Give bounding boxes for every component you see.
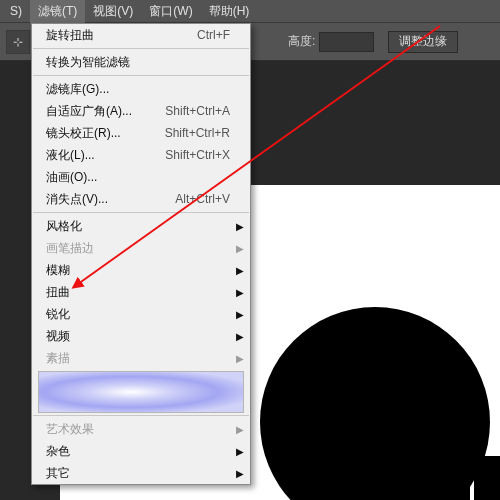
menu-item-label: 杂色 [46,443,70,460]
menu-item: 素描▶ [32,347,250,369]
menu-item-label: 消失点(V)... [46,191,108,208]
menu-item-label: 旋转扭曲 [46,27,94,44]
submenu-arrow-icon: ▶ [236,243,244,254]
menu-item: 艺术效果▶ [32,418,250,440]
menu-item[interactable]: 扭曲▶ [32,281,250,303]
menu-item-hotkey: Ctrl+F [197,28,230,42]
menubar-item-help[interactable]: 帮助(H) [201,0,258,23]
menu-item-label: 素描 [46,350,70,367]
menu-separator [33,48,249,49]
menu-item-label: 视频 [46,328,70,345]
menu-item: 画笔描边▶ [32,237,250,259]
menubar-item-s[interactable]: S) [2,1,30,21]
menubar-item-window[interactable]: 窗口(W) [141,0,200,23]
menu-item-label: 模糊 [46,262,70,279]
submenu-arrow-icon: ▶ [236,424,244,435]
height-label: 高度: [288,33,315,50]
obscuring-blocks [316,454,500,500]
menu-item[interactable]: 其它▶ [32,462,250,484]
menu-item[interactable]: 镜头校正(R)...Shift+Ctrl+R [32,122,250,144]
submenu-arrow-icon: ▶ [236,265,244,276]
menu-item-hotkey: Shift+Ctrl+A [165,104,230,118]
menu-item[interactable]: 消失点(V)...Alt+Ctrl+V [32,188,250,210]
menu-item-hotkey: Alt+Ctrl+V [175,192,230,206]
menubar: S) 滤镜(T) 视图(V) 窗口(W) 帮助(H) [0,0,500,23]
menu-item-label: 锐化 [46,306,70,323]
menu-item[interactable]: 滤镜库(G)... [32,78,250,100]
menubar-item-filter[interactable]: 滤镜(T) [30,0,85,23]
menu-item-hotkey: Shift+Ctrl+R [165,126,230,140]
menu-item-label: 画笔描边 [46,240,94,257]
menu-item-label: 风格化 [46,218,82,235]
menu-item[interactable]: 杂色▶ [32,440,250,462]
menu-item-label: 扭曲 [46,284,70,301]
menu-item-label: 油画(O)... [46,169,97,186]
menu-item-label: 镜头校正(R)... [46,125,121,142]
submenu-arrow-icon: ▶ [236,468,244,479]
submenu-arrow-icon: ▶ [236,287,244,298]
menu-item[interactable]: 视频▶ [32,325,250,347]
app-root: S) 滤镜(T) 视图(V) 窗口(W) 帮助(H) ⊹ 高度: 调整边缘 旋转… [0,0,500,500]
menu-item-label: 转换为智能滤镜 [46,54,130,71]
menu-separator [33,75,249,76]
menu-item-hotkey: Shift+Ctrl+X [165,148,230,162]
filter-preview-thumbnail[interactable] [38,371,244,413]
menu-item[interactable]: 风格化▶ [32,215,250,237]
menu-item[interactable]: 液化(L)...Shift+Ctrl+X [32,144,250,166]
refine-edges-button[interactable]: 调整边缘 [388,31,458,53]
menu-item-label: 液化(L)... [46,147,95,164]
submenu-arrow-icon: ▶ [236,446,244,457]
tool-glyph: ⊹ [13,35,23,49]
menu-item-label: 滤镜库(G)... [46,81,109,98]
menu-item[interactable]: 模糊▶ [32,259,250,281]
submenu-arrow-icon: ▶ [236,353,244,364]
filter-menu: 旋转扭曲Ctrl+F转换为智能滤镜滤镜库(G)...自适应广角(A)...Shi… [31,23,251,485]
menu-item[interactable]: 油画(O)... [32,166,250,188]
menu-item[interactable]: 旋转扭曲Ctrl+F [32,24,250,46]
menu-item[interactable]: 自适应广角(A)...Shift+Ctrl+A [32,100,250,122]
submenu-arrow-icon: ▶ [236,309,244,320]
menu-separator [33,212,249,213]
menubar-item-view[interactable]: 视图(V) [85,0,141,23]
menu-item[interactable]: 转换为智能滤镜 [32,51,250,73]
height-input[interactable] [319,32,374,52]
menu-separator [33,415,249,416]
menu-item-label: 自适应广角(A)... [46,103,132,120]
menu-item-label: 艺术效果 [46,421,94,438]
submenu-arrow-icon: ▶ [236,221,244,232]
submenu-arrow-icon: ▶ [236,331,244,342]
tool-swatch-icon[interactable]: ⊹ [6,30,30,54]
menu-item-label: 其它 [46,465,70,482]
menu-item[interactable]: 锐化▶ [32,303,250,325]
